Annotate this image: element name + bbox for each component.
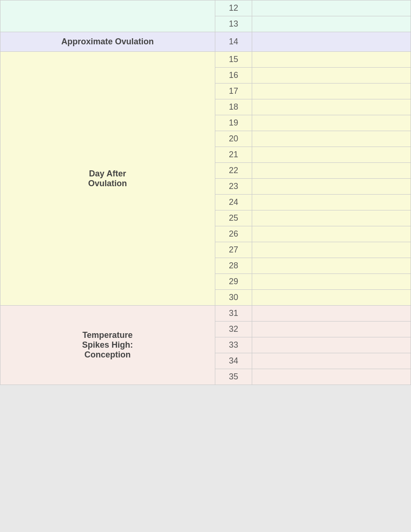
day-number: 33 [215, 337, 252, 353]
extra-data [252, 68, 411, 84]
day-number: 16 [215, 68, 252, 84]
day-number: 28 [215, 258, 252, 274]
day-number: 17 [215, 84, 252, 99]
extra-data [252, 353, 411, 369]
extra-data [252, 52, 411, 68]
table-row: Approximate Ovulation14 [0, 32, 411, 52]
day-number: 34 [215, 353, 252, 369]
extra-data [252, 195, 411, 210]
extra-data [252, 226, 411, 242]
day-number: 20 [215, 131, 252, 147]
day-number: 31 [215, 306, 252, 322]
extra-data [252, 99, 411, 115]
table-row: 12 [0, 0, 411, 16]
day-number: 14 [215, 32, 252, 52]
extra-data [252, 290, 411, 306]
day-number: 29 [215, 274, 252, 290]
day-number: 27 [215, 242, 252, 258]
extra-data [252, 242, 411, 258]
day-number: 25 [215, 210, 252, 226]
section-label: Approximate Ovulation [0, 32, 215, 52]
table-row: Day AfterOvulation15 [0, 52, 411, 68]
day-number: 19 [215, 115, 252, 131]
day-number: 35 [215, 369, 252, 385]
day-number: 12 [215, 0, 252, 16]
extra-data [252, 322, 411, 337]
day-number: 26 [215, 226, 252, 242]
extra-data [252, 306, 411, 322]
section-label: Day AfterOvulation [0, 52, 215, 306]
section-label [0, 0, 215, 32]
extra-data [252, 115, 411, 131]
day-number: 23 [215, 179, 252, 195]
extra-data [252, 337, 411, 353]
day-number: 13 [215, 16, 252, 32]
extra-data [252, 0, 411, 16]
day-number: 30 [215, 290, 252, 306]
extra-data [252, 131, 411, 147]
main-table-wrapper: 1213Approximate Ovulation14Day AfterOvul… [0, 0, 411, 385]
extra-data [252, 84, 411, 99]
extra-data [252, 274, 411, 290]
extra-data [252, 369, 411, 385]
extra-data [252, 210, 411, 226]
extra-data [252, 32, 411, 52]
table-row: TemperatureSpikes High:Conception31 [0, 306, 411, 322]
cycle-table: 1213Approximate Ovulation14Day AfterOvul… [0, 0, 411, 385]
extra-data [252, 147, 411, 163]
day-number: 22 [215, 163, 252, 179]
extra-data [252, 163, 411, 179]
day-number: 18 [215, 99, 252, 115]
day-number: 32 [215, 322, 252, 337]
day-number: 21 [215, 147, 252, 163]
extra-data [252, 258, 411, 274]
extra-data [252, 16, 411, 32]
day-number: 15 [215, 52, 252, 68]
extra-data [252, 179, 411, 195]
day-number: 24 [215, 195, 252, 210]
section-label: TemperatureSpikes High:Conception [0, 306, 215, 385]
